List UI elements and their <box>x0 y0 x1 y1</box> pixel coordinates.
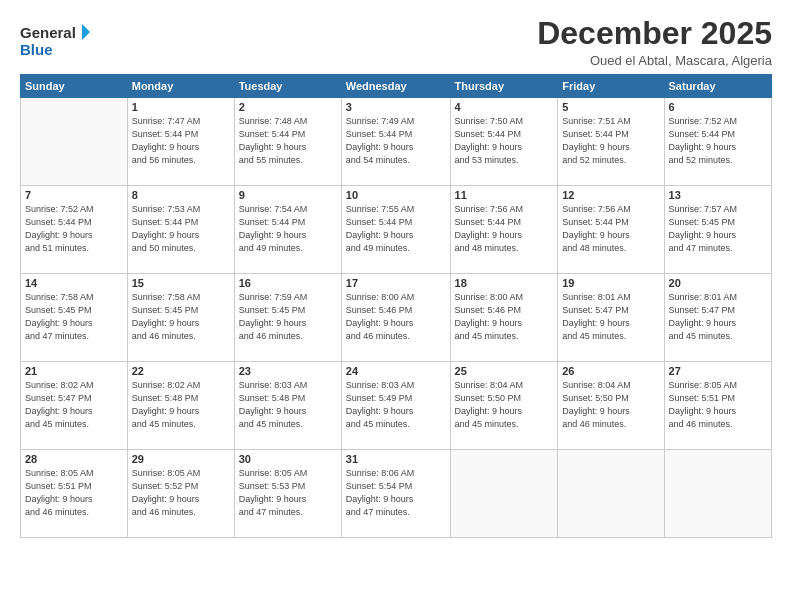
day-number: 18 <box>455 277 554 289</box>
calendar-cell: 20Sunrise: 8:01 AMSunset: 5:47 PMDayligh… <box>664 274 771 362</box>
day-number: 31 <box>346 453 446 465</box>
day-info: Sunrise: 8:01 AMSunset: 5:47 PMDaylight:… <box>669 291 767 343</box>
day-info: Sunrise: 8:02 AMSunset: 5:47 PMDaylight:… <box>25 379 123 431</box>
logo: General Blue <box>20 20 90 60</box>
day-info: Sunrise: 8:01 AMSunset: 5:47 PMDaylight:… <box>562 291 659 343</box>
day-number: 7 <box>25 189 123 201</box>
day-info: Sunrise: 8:03 AMSunset: 5:48 PMDaylight:… <box>239 379 337 431</box>
calendar-day-header: Tuesday <box>234 75 341 98</box>
day-number: 29 <box>132 453 230 465</box>
day-number: 11 <box>455 189 554 201</box>
day-number: 23 <box>239 365 337 377</box>
day-info: Sunrise: 8:00 AMSunset: 5:46 PMDaylight:… <box>455 291 554 343</box>
day-info: Sunrise: 7:59 AMSunset: 5:45 PMDaylight:… <box>239 291 337 343</box>
calendar-cell <box>21 98 128 186</box>
svg-text:General: General <box>20 24 76 41</box>
calendar-cell: 19Sunrise: 8:01 AMSunset: 5:47 PMDayligh… <box>558 274 664 362</box>
calendar-cell: 21Sunrise: 8:02 AMSunset: 5:47 PMDayligh… <box>21 362 128 450</box>
day-number: 2 <box>239 101 337 113</box>
day-info: Sunrise: 7:53 AMSunset: 5:44 PMDaylight:… <box>132 203 230 255</box>
day-number: 14 <box>25 277 123 289</box>
day-info: Sunrise: 8:02 AMSunset: 5:48 PMDaylight:… <box>132 379 230 431</box>
day-number: 24 <box>346 365 446 377</box>
day-number: 9 <box>239 189 337 201</box>
calendar-cell: 15Sunrise: 7:58 AMSunset: 5:45 PMDayligh… <box>127 274 234 362</box>
day-info: Sunrise: 7:52 AMSunset: 5:44 PMDaylight:… <box>25 203 123 255</box>
day-info: Sunrise: 7:49 AMSunset: 5:44 PMDaylight:… <box>346 115 446 167</box>
day-number: 20 <box>669 277 767 289</box>
calendar-cell: 3Sunrise: 7:49 AMSunset: 5:44 PMDaylight… <box>341 98 450 186</box>
page: General Blue December 2025 Oued el Abtal… <box>0 0 792 612</box>
logo-svg: General Blue <box>20 20 90 60</box>
calendar-day-header: Saturday <box>664 75 771 98</box>
calendar-day-header: Thursday <box>450 75 558 98</box>
day-number: 19 <box>562 277 659 289</box>
calendar-cell <box>450 450 558 538</box>
day-info: Sunrise: 7:47 AMSunset: 5:44 PMDaylight:… <box>132 115 230 167</box>
calendar-cell: 14Sunrise: 7:58 AMSunset: 5:45 PMDayligh… <box>21 274 128 362</box>
calendar-header-row: SundayMondayTuesdayWednesdayThursdayFrid… <box>21 75 772 98</box>
calendar-cell: 28Sunrise: 8:05 AMSunset: 5:51 PMDayligh… <box>21 450 128 538</box>
day-info: Sunrise: 7:54 AMSunset: 5:44 PMDaylight:… <box>239 203 337 255</box>
day-info: Sunrise: 7:56 AMSunset: 5:44 PMDaylight:… <box>455 203 554 255</box>
day-number: 10 <box>346 189 446 201</box>
calendar-cell: 18Sunrise: 8:00 AMSunset: 5:46 PMDayligh… <box>450 274 558 362</box>
day-number: 30 <box>239 453 337 465</box>
day-number: 25 <box>455 365 554 377</box>
calendar-cell: 24Sunrise: 8:03 AMSunset: 5:49 PMDayligh… <box>341 362 450 450</box>
calendar-body: 1Sunrise: 7:47 AMSunset: 5:44 PMDaylight… <box>21 98 772 538</box>
day-number: 1 <box>132 101 230 113</box>
calendar-week-row: 21Sunrise: 8:02 AMSunset: 5:47 PMDayligh… <box>21 362 772 450</box>
svg-marker-2 <box>82 24 90 40</box>
calendar-cell: 16Sunrise: 7:59 AMSunset: 5:45 PMDayligh… <box>234 274 341 362</box>
calendar-cell: 22Sunrise: 8:02 AMSunset: 5:48 PMDayligh… <box>127 362 234 450</box>
calendar: SundayMondayTuesdayWednesdayThursdayFrid… <box>20 74 772 538</box>
day-info: Sunrise: 7:56 AMSunset: 5:44 PMDaylight:… <box>562 203 659 255</box>
day-info: Sunrise: 8:05 AMSunset: 5:51 PMDaylight:… <box>669 379 767 431</box>
day-number: 12 <box>562 189 659 201</box>
day-number: 4 <box>455 101 554 113</box>
calendar-cell: 13Sunrise: 7:57 AMSunset: 5:45 PMDayligh… <box>664 186 771 274</box>
calendar-cell: 1Sunrise: 7:47 AMSunset: 5:44 PMDaylight… <box>127 98 234 186</box>
day-info: Sunrise: 8:03 AMSunset: 5:49 PMDaylight:… <box>346 379 446 431</box>
day-info: Sunrise: 8:05 AMSunset: 5:51 PMDaylight:… <box>25 467 123 519</box>
calendar-week-row: 1Sunrise: 7:47 AMSunset: 5:44 PMDaylight… <box>21 98 772 186</box>
subtitle: Oued el Abtal, Mascara, Algeria <box>537 53 772 68</box>
calendar-cell: 7Sunrise: 7:52 AMSunset: 5:44 PMDaylight… <box>21 186 128 274</box>
day-info: Sunrise: 7:48 AMSunset: 5:44 PMDaylight:… <box>239 115 337 167</box>
calendar-cell: 6Sunrise: 7:52 AMSunset: 5:44 PMDaylight… <box>664 98 771 186</box>
calendar-cell: 17Sunrise: 8:00 AMSunset: 5:46 PMDayligh… <box>341 274 450 362</box>
day-number: 8 <box>132 189 230 201</box>
calendar-cell: 10Sunrise: 7:55 AMSunset: 5:44 PMDayligh… <box>341 186 450 274</box>
svg-text:Blue: Blue <box>20 41 53 58</box>
day-info: Sunrise: 7:55 AMSunset: 5:44 PMDaylight:… <box>346 203 446 255</box>
day-info: Sunrise: 7:58 AMSunset: 5:45 PMDaylight:… <box>25 291 123 343</box>
calendar-cell: 5Sunrise: 7:51 AMSunset: 5:44 PMDaylight… <box>558 98 664 186</box>
calendar-cell: 2Sunrise: 7:48 AMSunset: 5:44 PMDaylight… <box>234 98 341 186</box>
day-number: 6 <box>669 101 767 113</box>
day-number: 28 <box>25 453 123 465</box>
day-number: 3 <box>346 101 446 113</box>
day-info: Sunrise: 7:52 AMSunset: 5:44 PMDaylight:… <box>669 115 767 167</box>
title-block: December 2025 Oued el Abtal, Mascara, Al… <box>537 16 772 68</box>
calendar-week-row: 14Sunrise: 7:58 AMSunset: 5:45 PMDayligh… <box>21 274 772 362</box>
calendar-day-header: Friday <box>558 75 664 98</box>
calendar-cell: 8Sunrise: 7:53 AMSunset: 5:44 PMDaylight… <box>127 186 234 274</box>
calendar-cell: 23Sunrise: 8:03 AMSunset: 5:48 PMDayligh… <box>234 362 341 450</box>
day-number: 22 <box>132 365 230 377</box>
calendar-cell: 12Sunrise: 7:56 AMSunset: 5:44 PMDayligh… <box>558 186 664 274</box>
calendar-cell: 31Sunrise: 8:06 AMSunset: 5:54 PMDayligh… <box>341 450 450 538</box>
day-number: 27 <box>669 365 767 377</box>
calendar-day-header: Sunday <box>21 75 128 98</box>
day-info: Sunrise: 7:51 AMSunset: 5:44 PMDaylight:… <box>562 115 659 167</box>
calendar-cell: 30Sunrise: 8:05 AMSunset: 5:53 PMDayligh… <box>234 450 341 538</box>
calendar-cell <box>558 450 664 538</box>
calendar-cell: 26Sunrise: 8:04 AMSunset: 5:50 PMDayligh… <box>558 362 664 450</box>
day-info: Sunrise: 7:58 AMSunset: 5:45 PMDaylight:… <box>132 291 230 343</box>
day-number: 13 <box>669 189 767 201</box>
day-info: Sunrise: 8:00 AMSunset: 5:46 PMDaylight:… <box>346 291 446 343</box>
calendar-day-header: Wednesday <box>341 75 450 98</box>
calendar-cell: 27Sunrise: 8:05 AMSunset: 5:51 PMDayligh… <box>664 362 771 450</box>
calendar-cell: 29Sunrise: 8:05 AMSunset: 5:52 PMDayligh… <box>127 450 234 538</box>
day-number: 26 <box>562 365 659 377</box>
